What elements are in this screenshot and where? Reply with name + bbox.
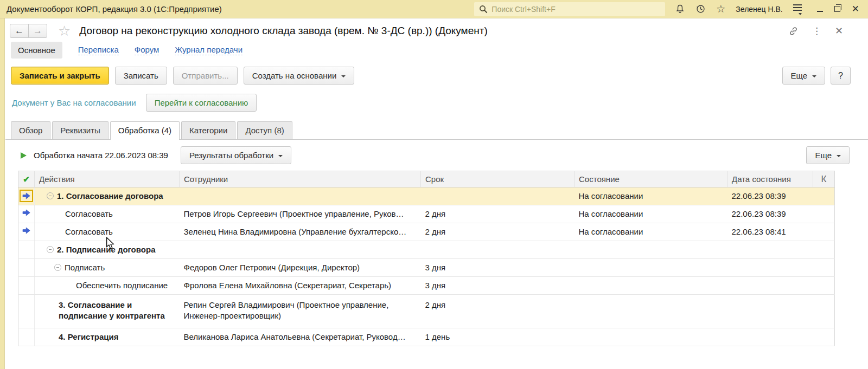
tab-categories[interactable]: Категории: [181, 121, 235, 139]
term-cell[interactable]: 2 дня: [421, 223, 575, 241]
table-row-approve-zelenets[interactable]: Согласовать Зеленец Нина Владимировна (У…: [18, 223, 835, 241]
k-cell[interactable]: [813, 223, 835, 241]
employee-cell[interactable]: Петров Игорь Сергеевич (Проектное управл…: [180, 205, 421, 223]
table-row-approve-petrov[interactable]: Согласовать Петров Игорь Сергеевич (Прое…: [18, 205, 835, 223]
term-cell[interactable]: 2 дня: [421, 295, 575, 328]
row-marker-cell[interactable]: [18, 277, 35, 295]
state-cell[interactable]: [575, 295, 727, 328]
employee-cell[interactable]: Репин Сергей Владимирович (Проектное упр…: [180, 295, 421, 328]
send-button[interactable]: Отправить...: [173, 67, 238, 85]
nav-item-forum[interactable]: Форум: [135, 45, 159, 55]
main-menu-icon[interactable]: [793, 3, 802, 15]
create-based-on-button[interactable]: Создать на основании: [244, 67, 355, 85]
current-user[interactable]: Зеленец Н.В.: [736, 5, 782, 14]
col-header-employees[interactable]: Сотрудники: [180, 171, 421, 187]
forward-arrow-icon[interactable]: →: [28, 24, 47, 38]
col-header-term[interactable]: Срок: [421, 171, 575, 187]
help-button[interactable]: ?: [831, 67, 851, 85]
tab-details[interactable]: Реквизиты: [52, 121, 108, 139]
save-button[interactable]: Записать: [115, 67, 167, 85]
state-date-cell[interactable]: [727, 277, 813, 295]
nav-item-main[interactable]: Основное: [11, 42, 62, 59]
row-marker-cell[interactable]: [18, 259, 35, 277]
col-header-state[interactable]: Состояние: [575, 171, 727, 187]
save-and-close-button[interactable]: Записать и закрыть: [11, 67, 109, 85]
table-row-group-2[interactable]: 2. Подписание договора: [18, 241, 835, 259]
col-header-state-date[interactable]: Дата состояния: [727, 171, 813, 187]
table-row-sign[interactable]: Подписать Федоров Олег Петрович (Дирекци…: [18, 259, 835, 277]
more-button[interactable]: Еще: [782, 67, 826, 85]
row-marker-cell[interactable]: [18, 328, 35, 346]
state-cell[interactable]: [575, 277, 727, 295]
row-marker-cell[interactable]: [18, 223, 35, 241]
k-cell[interactable]: [813, 295, 835, 328]
state-cell[interactable]: На согласовании: [575, 187, 727, 205]
more-kebab-icon[interactable]: ⋮: [812, 25, 821, 37]
processing-results-button[interactable]: Результаты обработки: [181, 146, 291, 164]
favorites-star-icon[interactable]: ☆: [716, 4, 725, 14]
term-cell[interactable]: [421, 187, 575, 205]
employee-cell[interactable]: Федоров Олег Петрович (Дирекция, Директо…: [180, 259, 421, 277]
k-cell[interactable]: [813, 241, 835, 259]
term-cell[interactable]: 3 дня: [421, 277, 575, 295]
get-link-icon[interactable]: [788, 26, 799, 36]
employee-cell[interactable]: [180, 187, 421, 205]
employee-cell[interactable]: Зеленец Нина Владимировна (Управление бу…: [180, 223, 421, 241]
state-cell[interactable]: [575, 259, 727, 277]
back-arrow-icon[interactable]: ←: [10, 24, 29, 38]
term-cell[interactable]: 3 дня: [421, 259, 575, 277]
state-date-cell[interactable]: [727, 328, 813, 346]
state-cell[interactable]: На согласовании: [575, 223, 727, 241]
col-header-k[interactable]: К: [813, 171, 835, 187]
state-date-cell[interactable]: [727, 241, 813, 259]
collapse-icon[interactable]: [47, 246, 54, 253]
table-row-group-1[interactable]: 1. Согласование договора На согласовании…: [18, 187, 835, 205]
restore-window-icon[interactable]: [834, 6, 840, 12]
employee-cell[interactable]: [180, 241, 421, 259]
state-cell[interactable]: [575, 328, 727, 346]
employee-cell[interactable]: Великанова Лариса Анатольевна (Секретари…: [180, 328, 421, 346]
close-form-icon[interactable]: ✕: [835, 25, 843, 37]
term-cell[interactable]: 1 день: [421, 328, 575, 346]
term-cell[interactable]: [421, 241, 575, 259]
table-row-group-3[interactable]: 3. Согласование и подписание у контраген…: [18, 295, 835, 328]
row-marker-cell[interactable]: [18, 187, 35, 205]
table-row-group-4[interactable]: 4. Регистрация Великанова Лариса Анатоль…: [18, 328, 835, 346]
nav-item-correspondence[interactable]: Переписка: [78, 45, 119, 55]
favorite-star-icon[interactable]: ☆: [58, 24, 71, 38]
k-cell[interactable]: [813, 277, 835, 295]
row-marker-cell[interactable]: [18, 295, 35, 328]
state-cell[interactable]: [575, 241, 727, 259]
term-cell[interactable]: 2 дня: [421, 205, 575, 223]
search-input[interactable]: [492, 5, 660, 14]
tab-access[interactable]: Доступ (8): [237, 121, 292, 139]
table-row-ensure-signing[interactable]: Обеспечить подписание Фролова Елена Миха…: [18, 277, 835, 295]
collapse-icon[interactable]: [54, 264, 61, 271]
close-window-icon[interactable]: ✕: [852, 4, 859, 14]
tab-processing[interactable]: Обработка (4): [110, 121, 180, 140]
k-cell[interactable]: [813, 328, 835, 346]
row-marker-cell[interactable]: [18, 205, 35, 223]
global-search[interactable]: [474, 2, 665, 16]
history-icon[interactable]: [695, 4, 706, 14]
state-date-cell[interactable]: 22.06.23 08:39: [727, 205, 813, 223]
collapse-icon[interactable]: [47, 192, 54, 199]
state-date-cell[interactable]: 22.06.23 08:39: [727, 187, 813, 205]
col-header-actions[interactable]: Действия: [35, 171, 180, 187]
table-more-button[interactable]: Еще: [806, 146, 850, 164]
nav-item-transfer-log[interactable]: Журнал передачи: [175, 45, 242, 55]
state-cell[interactable]: На согласовании: [575, 205, 727, 223]
state-date-cell[interactable]: [727, 295, 813, 328]
tab-overview[interactable]: Обзор: [11, 121, 50, 139]
employee-cell[interactable]: Фролова Елена Михайловна (Секретариат, С…: [180, 277, 421, 295]
notifications-bell-icon[interactable]: [675, 4, 685, 14]
k-cell[interactable]: [813, 205, 835, 223]
minimize-icon[interactable]: [817, 7, 823, 12]
go-to-approval-button[interactable]: Перейти к согласованию: [146, 94, 257, 112]
k-cell[interactable]: [813, 187, 835, 205]
state-date-cell[interactable]: 22.06.23 08:41: [727, 223, 813, 241]
state-date-cell[interactable]: [727, 259, 813, 277]
k-cell[interactable]: [813, 259, 835, 277]
row-marker-cell[interactable]: [18, 241, 35, 259]
completed-check-icon[interactable]: ✔: [18, 171, 35, 187]
